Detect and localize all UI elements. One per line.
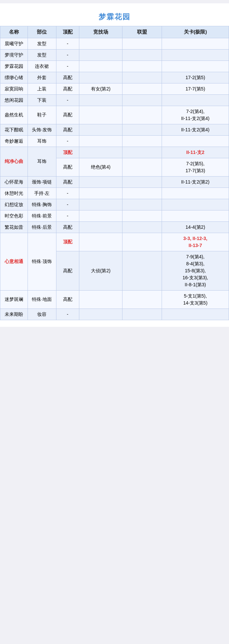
cell-top: 高配 — [56, 221, 79, 233]
cell-part: 下装 — [28, 94, 56, 106]
cell-arena — [79, 199, 122, 210]
cell-league — [122, 38, 162, 49]
cell-arena — [79, 309, 122, 320]
header-stage: 关卡(极限) — [162, 26, 229, 38]
cell-name: 心意相通 — [0, 233, 28, 290]
cell-top: - — [56, 135, 79, 147]
cell-stage: II-11-支2 — [162, 147, 229, 158]
header-part: 部位 — [28, 26, 56, 38]
cell-name: 纯净心曲 — [0, 147, 28, 176]
cell-arena — [79, 233, 122, 251]
header-league: 联盟 — [122, 26, 162, 38]
cell-top: 高配 — [56, 124, 79, 135]
cell-stage: 7-2(第4), II-11-支2(第4) — [162, 106, 229, 124]
cell-top: 高配 — [56, 176, 79, 188]
main-table-container: 名称 部位 顶配 竞技场 联盟 关卡(极限) 晨曦守护发型-梦境守护发型-梦霖花… — [0, 26, 229, 320]
table-row: 心意相通特殊·顶饰顶配3-3, II-12-3, II-13-7 — [0, 233, 229, 251]
cell-arena — [79, 210, 122, 221]
cell-arena — [79, 94, 122, 106]
cell-stage — [162, 188, 229, 199]
cell-part: 手持·左 — [28, 188, 56, 199]
header-name: 名称 — [0, 26, 28, 38]
cell-part: 特殊·胸饰 — [28, 199, 56, 210]
cell-top: 顶配 — [56, 233, 79, 251]
header-arena: 竞技场 — [79, 26, 122, 38]
cell-part: 发型 — [28, 49, 56, 61]
cell-stage — [162, 199, 229, 210]
cell-arena — [79, 124, 122, 135]
table-row: 悠闲花园下装- — [0, 94, 229, 106]
cell-name: 幻想绽放 — [0, 199, 28, 210]
cell-arena — [79, 72, 122, 83]
cell-part: 特殊·前景 — [28, 210, 56, 221]
cell-name: 盎然生机 — [0, 106, 28, 124]
cell-top: 高配 — [56, 83, 79, 94]
cell-stage — [162, 49, 229, 61]
cell-top: 高配 — [56, 290, 79, 309]
table-row: 纯净心曲耳饰顶配II-11-支2 — [0, 147, 229, 158]
cell-league — [122, 147, 162, 158]
cell-name: 休憩时光 — [0, 188, 28, 199]
table-header-row: 名称 部位 顶配 竞技场 联盟 关卡(极限) — [0, 26, 229, 38]
cell-league — [122, 61, 162, 72]
cell-part: 发型 — [28, 38, 56, 49]
cell-name: 花下酣眠 — [0, 124, 28, 135]
cell-stage — [162, 210, 229, 221]
table-body: 晨曦守护发型-梦境守护发型-梦霖花园连衣裙-缥缈心绪外套高配17-2(第5)寂寞… — [0, 38, 229, 320]
table-row: 时空色彩特殊·前景- — [0, 210, 229, 221]
cell-top: - — [56, 210, 79, 221]
cell-part: 特殊·后景 — [28, 221, 56, 233]
cell-league — [122, 135, 162, 147]
cell-league — [122, 290, 162, 309]
page-title: 梦霖花园 — [0, 7, 229, 26]
cell-stage: 14-4(第2) — [162, 221, 229, 233]
cell-arena — [79, 135, 122, 147]
cell-top: - — [56, 38, 79, 49]
cell-top: 高配 — [56, 72, 79, 83]
cell-league — [122, 176, 162, 188]
cell-stage: 17-2(第5) — [162, 72, 229, 83]
cell-stage — [162, 94, 229, 106]
table-row: 幻想绽放特殊·胸饰- — [0, 199, 229, 210]
cell-stage: 17-7(第5) — [162, 83, 229, 94]
cell-name: 心怀星海 — [0, 176, 28, 188]
cell-league — [122, 49, 162, 61]
cell-arena — [79, 176, 122, 188]
cell-stage: II-11-支2(第2) — [162, 176, 229, 188]
cell-stage — [162, 309, 229, 320]
cell-league — [122, 83, 162, 94]
table-row: 心怀星海颈饰·项链高配II-11-支2(第2) — [0, 176, 229, 188]
cell-arena — [79, 188, 122, 199]
cell-name: 晨曦守护 — [0, 38, 28, 49]
cell-part: 特殊·顶饰 — [28, 233, 56, 290]
cell-part: 上装 — [28, 83, 56, 94]
cell-arena — [79, 38, 122, 49]
cell-name: 繁花如昔 — [0, 221, 28, 233]
table-row: 繁花如昔特殊·后景高配14-4(第2) — [0, 221, 229, 233]
cell-stage: 5-支1(第5), 14-支3(第5) — [162, 290, 229, 309]
table-row: 奇妙邂逅耳饰- — [0, 135, 229, 147]
cell-league — [122, 221, 162, 233]
cell-part: 连衣裙 — [28, 61, 56, 72]
cell-arena: 大侦(第2) — [79, 251, 122, 290]
cell-league — [122, 210, 162, 221]
table-row: 寂寞回响上装高配有女(第2)17-7(第5) — [0, 83, 229, 94]
cell-league — [122, 251, 162, 290]
table-row: 盎然生机鞋子高配7-2(第4), II-11-支2(第4) — [0, 106, 229, 124]
cell-stage — [162, 61, 229, 72]
cell-part: 耳饰 — [28, 135, 56, 147]
cell-name: 寂寞回响 — [0, 83, 28, 94]
cell-name: 时空色彩 — [0, 210, 28, 221]
cell-league — [122, 106, 162, 124]
table-row: 梦境守护发型- — [0, 49, 229, 61]
cell-name: 缥缈心绪 — [0, 72, 28, 83]
table-row: 梦霖花园连衣裙- — [0, 61, 229, 72]
cell-part: 鞋子 — [28, 106, 56, 124]
cell-name: 梦霖花园 — [0, 61, 28, 72]
cell-stage: 3-3, II-12-3, II-13-7 — [162, 233, 229, 251]
header-top: 顶配 — [56, 26, 79, 38]
cell-league — [122, 72, 162, 83]
data-table: 名称 部位 顶配 竞技场 联盟 关卡(极限) 晨曦守护发型-梦境守护发型-梦霖花… — [0, 26, 229, 320]
cell-league — [122, 188, 162, 199]
cell-league — [122, 309, 162, 320]
